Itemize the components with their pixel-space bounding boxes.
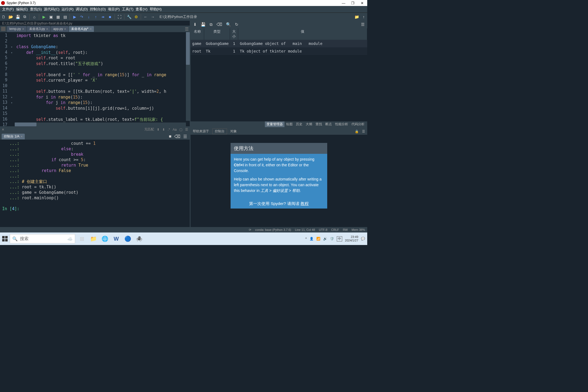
parent-dir-icon[interactable]: ↑: [361, 14, 366, 19]
tray-volume-icon[interactable]: 🔊: [323, 237, 327, 241]
menu-find[interactable]: 查找(S): [29, 6, 43, 12]
options-icon[interactable]: ☰: [361, 22, 365, 27]
pane-tab[interactable]: 绘图: [284, 121, 294, 127]
console-stop-icon[interactable]: ■: [169, 134, 171, 139]
erase-icon[interactable]: ⌫: [216, 22, 222, 27]
col-size[interactable]: 大小: [230, 28, 238, 40]
find-close-icon[interactable]: ✕: [2, 128, 4, 131]
col-name[interactable]: 名称: [191, 28, 204, 40]
import-icon[interactable]: ⬇: [193, 22, 197, 27]
back-icon[interactable]: ←: [143, 14, 148, 19]
home-icon[interactable]: ⌂: [32, 14, 37, 19]
menu-file[interactable]: 文件(F): [1, 6, 15, 12]
save-icon[interactable]: 💾: [15, 14, 20, 19]
browser-icon[interactable]: 🌐: [100, 234, 109, 243]
status-eol[interactable]: CRLF: [331, 228, 339, 231]
python-path-icon[interactable]: ⚙: [134, 14, 139, 19]
step-icon[interactable]: ↷: [79, 14, 84, 19]
close-icon[interactable]: ✕: [64, 27, 66, 30]
status-enc[interactable]: UTF-8: [319, 228, 327, 231]
close-icon[interactable]: ✕: [22, 27, 24, 30]
tray-network-icon[interactable]: 📶: [316, 237, 320, 241]
vertical-scrollbar[interactable]: [186, 32, 190, 121]
pane-tab[interactable]: 断点: [324, 121, 333, 127]
debug-icon[interactable]: ▶: [72, 14, 77, 19]
find-up-icon[interactable]: ⬆: [157, 128, 160, 131]
edge-icon[interactable]: 🔵: [123, 234, 132, 243]
menu-debug[interactable]: 调试(D): [75, 6, 89, 12]
start-button[interactable]: [2, 236, 8, 241]
stop-icon[interactable]: ■: [108, 14, 112, 19]
help-menu-icon[interactable]: ☰: [362, 130, 365, 133]
pane-tab[interactable]: 代码分析: [350, 121, 366, 127]
maximize-button[interactable]: ❐: [349, 1, 357, 5]
menu-help[interactable]: 帮助(H): [149, 6, 163, 12]
max-icon[interactable]: ⛶: [117, 14, 122, 19]
col-value[interactable]: 值: [238, 28, 367, 40]
refresh-icon[interactable]: ↻: [235, 22, 238, 27]
variable-row[interactable]: gameGobangGame1GobangGame object of __ma…: [191, 40, 367, 47]
open-file-icon[interactable]: 📂: [8, 14, 13, 19]
tray-ime[interactable]: 中: [337, 236, 342, 241]
console-clear-icon[interactable]: ⌫: [174, 134, 180, 139]
menu-edit[interactable]: 编辑(E): [15, 6, 29, 12]
pane-tab[interactable]: 查找: [314, 121, 324, 127]
minimize-button[interactable]: —: [339, 1, 348, 5]
spyder-taskbar-icon[interactable]: 🕷️: [134, 234, 144, 243]
editor-tab[interactable]: 未命名4.py*✕: [69, 26, 94, 32]
word-icon[interactable]: W: [112, 234, 121, 243]
menu-source[interactable]: 源代码(C): [43, 6, 60, 12]
new-file-icon[interactable]: 🗋: [1, 14, 6, 19]
save-all-icon[interactable]: ⧉: [22, 14, 27, 19]
system-tray[interactable]: ^ 👤 📶 🔊 🛡️ 中 23:49 2024/1/27 💬: [305, 235, 365, 242]
continue-icon[interactable]: ↠: [100, 14, 105, 19]
menu-view[interactable]: 查看(V): [134, 6, 148, 12]
explorer-icon[interactable]: 📁: [89, 234, 98, 243]
step-in-icon[interactable]: ↓: [86, 14, 91, 19]
find-regex-icon[interactable]: .*: [168, 128, 170, 131]
help-source-select[interactable]: 控制台: [212, 128, 227, 134]
close-icon[interactable]: ✕: [46, 27, 48, 30]
search-icon[interactable]: 🔍: [226, 22, 231, 27]
save-as-icon[interactable]: ⧉: [210, 22, 213, 27]
pane-tab[interactable]: 大纲: [304, 121, 314, 127]
tray-security-icon[interactable]: 🛡️: [330, 237, 334, 241]
horizontal-scrollbar[interactable]: [15, 122, 186, 126]
code-editor[interactable]: 1 2 3 ▾4 ▾5 6 7 8 9 10 11 12 ▾13 ▾14 15 …: [0, 32, 190, 126]
editor-tab[interactable]: app.py✕: [51, 26, 68, 32]
pane-tab[interactable]: 变量管理器: [265, 121, 284, 127]
variable-row[interactable]: rootTk1Tk object of tkinter module: [191, 47, 367, 55]
lock-icon[interactable]: 🔒: [355, 130, 359, 133]
windows-search[interactable]: 🔍 搜索 ☁️: [10, 234, 75, 243]
tab-menu-icon[interactable]: ☰: [185, 26, 189, 32]
step-out-icon[interactable]: ↑: [93, 14, 98, 19]
taskbar-clock[interactable]: 23:49 2024/1/27: [345, 235, 358, 242]
notifications-icon[interactable]: 💬: [361, 237, 365, 241]
menu-console[interactable]: 控制台(O): [89, 6, 107, 12]
menu-tools[interactable]: 工具(T): [121, 6, 135, 12]
run-selection-icon[interactable]: ▤: [63, 14, 68, 19]
editor-tab[interactable]: temp.py✕: [7, 26, 26, 32]
run-icon[interactable]: ▶: [41, 14, 46, 19]
task-view-icon[interactable]: ⊞: [77, 234, 87, 243]
run-cell-icon[interactable]: ▣: [48, 14, 53, 19]
close-button[interactable]: ✕: [358, 1, 366, 5]
console-menu-icon[interactable]: ☰: [183, 134, 187, 139]
file-browser-icon[interactable]: [1, 27, 5, 31]
menu-run[interactable]: 运行(R): [60, 6, 75, 12]
col-type[interactable]: 类型: [204, 28, 230, 40]
run-cell-advance-icon[interactable]: ▦: [56, 14, 60, 19]
pane-tab[interactable]: 性能分析: [333, 121, 350, 127]
find-word-icon[interactable]: ▢: [179, 128, 182, 131]
pane-tab[interactable]: 历史: [294, 121, 304, 127]
editor-tab[interactable]: 未命名3.py✕: [27, 26, 51, 32]
working-dir[interactable]: E:\文档\Python工作目录: [160, 14, 197, 19]
close-icon[interactable]: ✕: [90, 27, 92, 30]
wrench-icon[interactable]: 🔧: [127, 14, 131, 19]
find-more-icon[interactable]: ☰: [185, 128, 188, 131]
tray-people-icon[interactable]: 👤: [310, 237, 314, 241]
status-env[interactable]: conda: base (Python 3.7.6): [255, 228, 291, 231]
find-case-icon[interactable]: Aa: [173, 128, 177, 131]
folder-icon[interactable]: 📁: [354, 14, 359, 19]
status-reload-icon[interactable]: ⟳: [249, 228, 251, 232]
